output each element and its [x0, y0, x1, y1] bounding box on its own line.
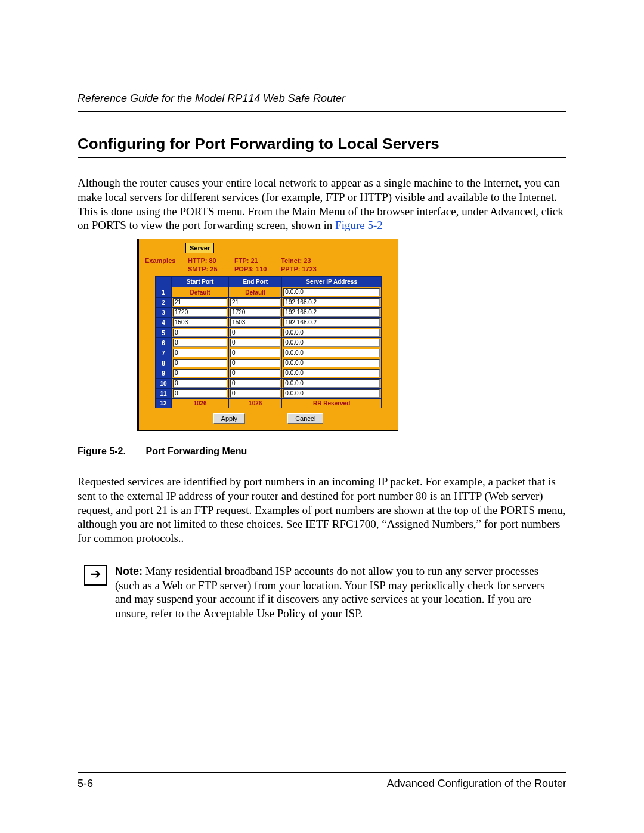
examples-label: Examples — [145, 257, 188, 264]
caption-text: Port Forwarding Menu — [145, 446, 247, 456]
row-number: 6 — [156, 338, 172, 348]
note-box: ➔ Note: Many residential broadband ISP a… — [78, 559, 566, 627]
port-input[interactable]: 0 — [230, 379, 280, 388]
port-input[interactable]: 0 — [173, 349, 227, 357]
row-number: 3 — [156, 308, 172, 318]
page-number: 5-6 — [78, 778, 93, 790]
port-input[interactable]: 0.0.0.0 — [283, 329, 380, 337]
port-input[interactable]: 0.0.0.0 — [283, 288, 380, 296]
port-input[interactable]: 1720 — [173, 308, 227, 317]
table-row: 5000.0.0.0 — [156, 328, 382, 338]
port-input[interactable]: 192.168.0.2 — [283, 298, 380, 306]
example-pop3: POP3: 110 — [234, 265, 281, 272]
figure-caption: Figure 5-2. Port Forwarding Menu — [78, 446, 566, 457]
table-row: 9000.0.0.0 — [156, 368, 382, 379]
table-row: 10000.0.0.0 — [156, 379, 382, 389]
port-input[interactable]: 0 — [230, 369, 280, 377]
running-header: Reference Guide for the Model RP114 Web … — [78, 92, 566, 112]
table-row: 317201720192.168.0.2 — [156, 308, 382, 318]
port-forwarding-screenshot: Server Examples HTTP: 80 FTP: 21 Telnet:… — [137, 239, 398, 431]
port-input[interactable]: 0.0.0.0 — [283, 369, 380, 377]
port-input[interactable]: 0 — [173, 329, 227, 337]
examples-row-1: Examples HTTP: 80 FTP: 21 Telnet: 23 — [139, 253, 398, 265]
port-input[interactable]: 0.0.0.0 — [283, 349, 380, 357]
server-label: Server — [185, 243, 214, 253]
table-row: 8000.0.0.0 — [156, 358, 382, 368]
port-input[interactable]: 0 — [230, 329, 280, 337]
col-start-port: Start Port — [172, 277, 229, 287]
example-http: HTTP: 80 — [188, 257, 234, 264]
example-ftp: FTP: 21 — [234, 257, 281, 264]
port-input[interactable]: 192.168.0.2 — [283, 308, 380, 317]
port-input[interactable]: 1503 — [173, 318, 227, 327]
table-row: 1210261026RR Reserved — [156, 399, 382, 408]
port-input[interactable]: 0.0.0.0 — [283, 389, 380, 398]
port-input[interactable]: 1720 — [230, 308, 280, 317]
example-telnet: Telnet: 23 — [281, 257, 327, 264]
arrow-icon: ➔ — [84, 565, 107, 586]
table-row: 415031503192.168.0.2 — [156, 318, 382, 328]
page-footer: 5-6 Advanced Configuration of the Router — [78, 772, 566, 790]
heading-rule — [78, 157, 566, 158]
examples-row-2: SMTP: 25 POP3: 110 PPTP: 1723 — [139, 265, 398, 274]
caption-number: Figure 5-2. — [78, 446, 143, 457]
port-input[interactable]: 0 — [230, 389, 280, 398]
port-input[interactable]: 0 — [230, 359, 280, 367]
row-number: 9 — [156, 368, 172, 379]
port-input[interactable]: 21 — [173, 298, 227, 306]
port-input[interactable]: 0 — [230, 349, 280, 357]
row-number: 5 — [156, 328, 172, 338]
table-row: 11000.0.0.0 — [156, 389, 382, 399]
table-row: 22121192.168.0.2 — [156, 298, 382, 308]
row-number: 2 — [156, 298, 172, 308]
footer-chapter: Advanced Configuration of the Router — [387, 778, 566, 790]
note-body: Many residential broadband ISP accounts … — [115, 565, 545, 620]
port-input[interactable]: 0 — [173, 389, 227, 398]
example-smtp: SMTP: 25 — [188, 265, 234, 272]
row-number: 10 — [156, 379, 172, 389]
section-heading: Configuring for Port Forwarding to Local… — [78, 135, 566, 153]
cancel-button[interactable]: Cancel — [287, 413, 323, 424]
port-input[interactable]: 0 — [173, 359, 227, 367]
col-server-ip: Server IP Address — [282, 277, 382, 287]
table-row: 6000.0.0.0 — [156, 338, 382, 348]
port-input[interactable]: 0.0.0.0 — [283, 379, 380, 388]
figure-reference-link[interactable]: Figure 5-2 — [335, 219, 383, 231]
table-row: 1DefaultDefault0.0.0.0 — [156, 287, 382, 298]
row-number: 11 — [156, 389, 172, 399]
port-input[interactable]: 0 — [173, 369, 227, 377]
port-forwarding-table: Start Port End Port Server IP Address 1D… — [155, 276, 382, 408]
row-number: 8 — [156, 358, 172, 368]
port-input[interactable]: 0.0.0.0 — [283, 339, 380, 347]
body-paragraph-2: Requested services are identified by por… — [78, 475, 566, 546]
row-number: 4 — [156, 318, 172, 328]
intro-text: Although the router causes your entire l… — [78, 176, 564, 231]
apply-button[interactable]: Apply — [213, 413, 246, 424]
row-number: 7 — [156, 348, 172, 358]
col-end-port: End Port — [229, 277, 282, 287]
example-pptp: PPTP: 1723 — [281, 265, 327, 272]
intro-paragraph: Although the router causes your entire l… — [78, 176, 566, 233]
port-input[interactable]: 0 — [173, 339, 227, 347]
row-number: 1 — [156, 287, 172, 298]
row-number: 12 — [156, 399, 172, 408]
note-label: Note: — [115, 565, 143, 577]
note-text: Note: Many residential broadband ISP acc… — [115, 564, 560, 621]
port-input[interactable]: 0 — [230, 339, 280, 347]
port-input[interactable]: 192.168.0.2 — [283, 318, 380, 327]
port-input[interactable]: 0 — [173, 379, 227, 388]
port-input[interactable]: 1503 — [230, 318, 280, 327]
port-input[interactable]: 21 — [230, 298, 280, 306]
port-input[interactable]: 0.0.0.0 — [283, 359, 380, 367]
table-row: 7000.0.0.0 — [156, 348, 382, 358]
